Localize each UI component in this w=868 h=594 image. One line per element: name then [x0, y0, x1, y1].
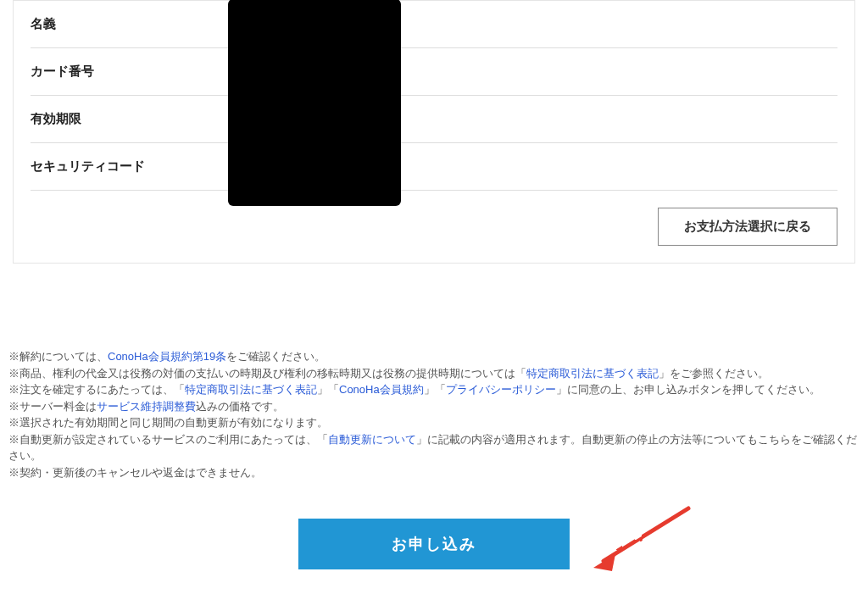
- note-3-post: 」に同意の上、お申し込みボタンを押してください。: [556, 383, 821, 396]
- note-1-post: をご確認ください。: [226, 350, 326, 363]
- row-expiry: 有効期限: [31, 96, 837, 143]
- note-2: ※商品、権利の代金又は役務の対価の支払いの時期及び権利の移転時期又は役務の提供時…: [8, 365, 860, 382]
- redaction-block: [230, 1, 399, 204]
- apply-button[interactable]: お申し込み: [298, 519, 570, 569]
- link-conoha-terms-19[interactable]: ConoHa会員規約第19条: [108, 350, 226, 363]
- row-card-number: カード番号: [31, 48, 837, 96]
- note-7: ※契約・更新後のキャンセルや返金はできません。: [8, 464, 860, 481]
- link-service-fee[interactable]: サービス維持調整費: [97, 400, 196, 413]
- note-3-mid1: 」「: [317, 383, 339, 396]
- row-name: 名義: [31, 1, 837, 48]
- submit-row: お申し込み: [0, 519, 868, 569]
- back-button[interactable]: お支払方法選択に戻る: [658, 208, 837, 246]
- link-conoha-terms[interactable]: ConoHa会員規約: [339, 383, 424, 396]
- note-3-pre: ※注文を確定するにあたっては、「: [8, 383, 185, 396]
- note-3-mid2: 」「: [424, 383, 446, 396]
- link-tokusho-2[interactable]: 特定商取引法に基づく表記: [185, 383, 317, 396]
- terms-notes: ※解約については、ConoHa会員規約第19条をご確認ください。 ※商品、権利の…: [8, 348, 860, 480]
- note-1: ※解約については、ConoHa会員規約第19条をご確認ください。: [8, 348, 860, 365]
- back-button-row: お支払方法選択に戻る: [31, 208, 837, 246]
- note-2-post: 」をご参照ください。: [659, 367, 769, 380]
- note-1-pre: ※解約については、: [8, 350, 108, 363]
- link-auto-renewal[interactable]: 自動更新について: [328, 433, 416, 446]
- label-expiry: 有効期限: [31, 111, 209, 127]
- note-4: ※サーバー料金はサービス維持調整費込みの価格です。: [8, 398, 860, 415]
- note-5: ※選択された有効期間と同じ期間の自動更新が有効になります。: [8, 414, 860, 431]
- label-card-number: カード番号: [31, 64, 209, 80]
- row-cvc: セキュリティコード: [31, 143, 837, 191]
- note-6: ※自動更新が設定されているサービスのご利用にあたっては、「自動更新について」に記…: [8, 431, 860, 464]
- annotation-arrow-icon: [587, 502, 697, 578]
- label-name: 名義: [31, 16, 209, 32]
- note-4-pre: ※サーバー料金は: [8, 400, 97, 413]
- label-cvc: セキュリティコード: [31, 158, 209, 175]
- svg-line-0: [604, 508, 688, 561]
- payment-card: 名義 カード番号 有効期限 セキュリティコード お支払方法選択に戻る: [13, 0, 855, 264]
- link-privacy[interactable]: プライバシーポリシー: [446, 383, 556, 396]
- link-tokusho-1[interactable]: 特定商取引法に基づく表記: [526, 367, 659, 380]
- note-2-pre: ※商品、権利の代金又は役務の対価の支払いの時期及び権利の移転時期又は役務の提供時…: [8, 367, 526, 380]
- note-3: ※注文を確定するにあたっては、「特定商取引法に基づく表記」「ConoHa会員規約…: [8, 381, 860, 398]
- note-4-post: 込みの価格です。: [196, 400, 284, 413]
- note-6-pre: ※自動更新が設定されているサービスのご利用にあたっては、「: [8, 433, 328, 446]
- svg-marker-1: [593, 554, 615, 571]
